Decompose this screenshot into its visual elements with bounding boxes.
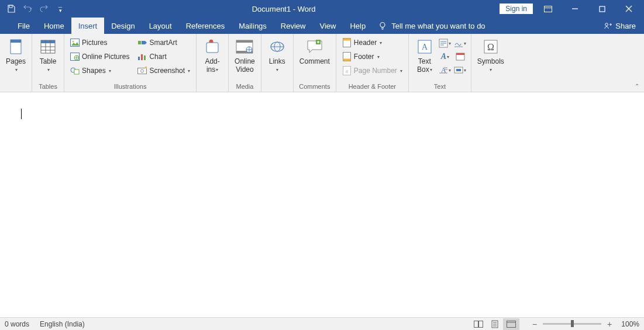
pictures-icon [70,38,80,47]
ribbon: Pages▾ Table▾ Tables [0,34,644,92]
svg-rect-28 [74,70,79,74]
addins-l2: ins [206,65,215,74]
group-comments-label: Comments [297,81,332,92]
link-icon [268,37,287,56]
group-pages-label [4,81,28,92]
word-count[interactable]: 0 words [5,320,29,328]
object-button[interactable]: ▾ [453,64,467,77]
text-box-button[interactable]: A TextBox▾ [412,36,437,76]
page-number-label: Page Number [354,67,397,75]
online-pictures-button[interactable]: Online Pictures [68,50,132,64]
group-text-label: Text [412,81,467,92]
status-bar: 0 words English (India) − + 100% [0,317,644,330]
language-status[interactable]: English (India) [40,320,85,328]
table-button[interactable]: Table▾ [36,36,60,76]
share-button[interactable]: Share [595,18,644,34]
group-symbols: Ω Symbols▾ [471,34,510,92]
maximize-icon [599,6,605,12]
comment-button[interactable]: Comment [297,36,332,67]
pictures-button[interactable]: Pictures [68,36,132,50]
zoom-slider[interactable] [543,323,601,325]
zoom-out-button[interactable]: − [530,319,539,329]
addins-button[interactable]: Add-ins▾ [200,36,225,76]
zoom-percent[interactable]: 100% [621,320,639,328]
read-mode-button[interactable] [470,318,487,330]
zoom-in-button[interactable]: + [605,319,614,329]
svg-rect-4 [600,6,605,12]
signature-line-button[interactable]: ▾ [453,37,467,50]
tab-insert[interactable]: Insert [71,18,105,34]
tell-me-search[interactable]: Tell me what you want to do [378,18,485,34]
sign-in-button[interactable]: Sign in [500,4,533,14]
footer-button[interactable]: Footer▾ [340,50,405,64]
group-illustrations: Pictures Online Pictures Shapes▾ SmartAr… [64,34,197,92]
table-icon [39,37,57,56]
web-layout-icon [507,321,516,328]
minimize-button[interactable] [563,0,587,18]
header-button[interactable]: Header▾ [340,36,405,50]
wordart-button[interactable]: A▾ [438,50,452,63]
close-button[interactable] [617,0,640,18]
links-button[interactable]: Links▾ [265,36,290,76]
print-layout-button[interactable] [487,318,503,330]
tab-view[interactable]: View [312,18,343,34]
video-l1: Online [235,57,255,65]
text-box-icon: A [415,37,434,56]
online-pictures-label: Online Pictures [82,53,129,61]
quick-parts-button[interactable]: ▾ [438,37,452,50]
zoom-thumb[interactable] [571,320,574,327]
page-icon [6,37,25,56]
lightbulb-icon [378,22,387,30]
svg-rect-29 [138,41,141,44]
table-label: Table [40,57,57,65]
tab-mailings[interactable]: Mailings [232,18,274,34]
save-button[interactable] [4,2,19,16]
document-area[interactable] [0,92,644,317]
smartart-button[interactable]: SmartArt [135,36,192,50]
shapes-button[interactable]: Shapes▾ [68,64,132,78]
group-addins-label [200,81,225,92]
footer-label: Footer [354,53,374,61]
undo-button[interactable]: ▾ [20,2,35,16]
pages-label: Pages [6,57,26,65]
tab-references[interactable]: References [179,18,232,34]
tab-file[interactable]: File [11,18,37,34]
tab-design[interactable]: Design [104,18,142,34]
maximize-button[interactable] [590,0,614,18]
svg-rect-1 [545,6,552,12]
qat-customize-button[interactable]: ─▾ [53,2,68,16]
redo-button[interactable] [36,2,51,16]
tab-layout[interactable]: Layout [142,18,179,34]
links-label: Links [269,57,285,65]
svg-rect-52 [343,59,350,61]
chart-button[interactable]: Chart [135,50,192,64]
online-pictures-icon [70,52,80,61]
tab-help[interactable]: Help [343,18,373,34]
collapse-ribbon-button[interactable]: ⌃ [635,83,639,89]
footer-icon [342,52,352,61]
redo-icon [40,5,48,12]
svg-rect-78 [507,321,515,327]
smartart-icon [137,38,147,47]
screenshot-button[interactable]: Screenshot▾ [135,64,192,78]
pictures-label: Pictures [82,39,107,47]
symbols-label: Symbols [477,57,504,65]
tab-home[interactable]: Home [37,18,71,34]
pages-button[interactable]: Pages▾ [4,36,28,76]
group-header-footer: Header▾ Footer▾ # Page Number▾ Header & … [336,34,409,92]
svg-text:Ω: Ω [487,42,494,52]
ribbon-display-options-button[interactable] [536,0,560,18]
addins-icon [203,37,222,56]
quick-access-toolbar: ▾ ─▾ [0,2,68,16]
view-buttons [470,318,519,330]
title-bar: ▾ ─▾ Document1 - Word Sign in [0,0,644,18]
web-layout-button[interactable] [503,318,519,330]
online-video-button[interactable]: OnlineVideo [232,36,257,75]
page-number-button[interactable]: # Page Number▾ [340,64,405,78]
drop-cap-button[interactable]: A▾ [438,64,452,77]
tab-review[interactable]: Review [274,18,313,34]
date-time-button[interactable] [453,50,467,63]
quick-parts-icon [439,39,448,48]
symbols-button[interactable]: Ω Symbols▾ [475,36,507,76]
page-number-icon: # [342,66,352,75]
